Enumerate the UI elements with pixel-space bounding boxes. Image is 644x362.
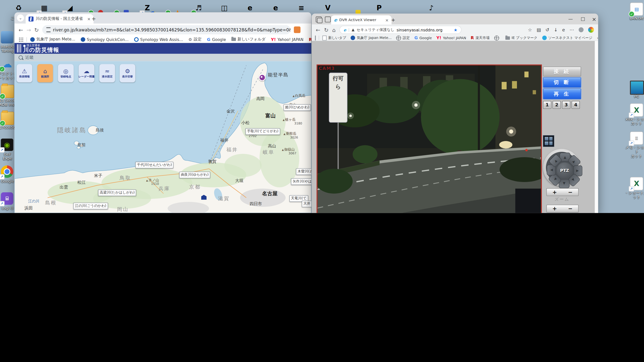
toolbar-icon[interactable]: ↺ [545, 27, 549, 32]
map-tool-button[interactable]: ⚠ 発表情報 [17, 64, 32, 82]
play-button[interactable]: 再 生 [543, 88, 581, 99]
bookmark-item[interactable]: G Google [207, 37, 226, 41]
profile-avatar[interactable] [579, 27, 584, 32]
favorite-item[interactable]: 新しいタブ [323, 35, 346, 40]
focus-in-button[interactable]: + [552, 206, 557, 212]
favorite-item[interactable]: G Google [414, 35, 432, 40]
favorite-item[interactable]: Y! Yahoo! JAPAN [436, 35, 466, 40]
desktop-icon-label: xlsx - ショー カット [624, 117, 644, 126]
river-callout[interactable]: 手取川(てどりがわ) [246, 128, 280, 135]
favorite-item[interactable]: IE ブックマーク [505, 35, 538, 40]
river-callout[interactable]: 由良川(ゆらがわ) [179, 172, 210, 178]
connect-button[interactable]: 接 続 [543, 67, 581, 76]
bookmark-item[interactable]: Y! Yahoo! JAPAN [271, 37, 303, 41]
bookmark-item[interactable]: ⚙ 設定 [188, 37, 202, 42]
back-button[interactable]: ← [19, 27, 23, 33]
river-callout[interactable]: 高梁川(たかはしがわ) [98, 190, 136, 196]
map-search-bar[interactable]: 近畿 [15, 54, 311, 61]
zoom-out-button[interactable]: − [568, 189, 573, 195]
map-tool-button[interactable]: ≈ 浸水想定 [99, 64, 115, 82]
bookmark-item[interactable]: 新しいフォルダ [231, 37, 265, 42]
river-callout[interactable]: 姫川(ひめかわ) [284, 104, 311, 111]
forward-button[interactable]: → [26, 27, 31, 33]
workspaces-icon[interactable] [316, 17, 321, 22]
tab-close-button[interactable]: × [87, 17, 91, 21]
close-button[interactable]: × [592, 16, 596, 22]
copilot-icon[interactable] [588, 27, 594, 33]
bookmark-star-icon[interactable]: ★ [454, 27, 457, 32]
toolbar-icon[interactable]: ☆ [528, 27, 532, 32]
map-tool-button[interactable]: ◎ 登録地点 [58, 64, 74, 82]
river-callout[interactable]: 大井 [302, 201, 311, 207]
page-scroll-area[interactable] [595, 41, 598, 213]
ptz-ring: ▲ ▲ ▲ ▲ ▲ ▲ ▲ ▲ PTZ [546, 152, 577, 183]
focus-out-button[interactable]: − [568, 206, 573, 212]
map-tool-button[interactable]: ⌂ 観測所 [37, 64, 53, 82]
toolbar-icon[interactable]: e [562, 27, 565, 32]
bookmark-item[interactable]: 気象庁 Japan Mete... [30, 37, 75, 42]
channel-button[interactable]: 2 [552, 101, 561, 109]
tab-search-button[interactable]: ⌄ [17, 15, 24, 22]
new-tab-button[interactable]: + [92, 16, 96, 22]
apps-grid-icon[interactable] [19, 37, 23, 41]
address-bar[interactable]: river.go.jp/kawabou/mb?zm=8&clat=34.9985… [42, 25, 290, 34]
home-button[interactable]: ⌂ [332, 27, 336, 33]
map-canvas[interactable]: 隠岐諸島 島後 島前 能登半島 金沢 高岡 富山 小松 [15, 61, 311, 213]
favorite-label: ソースネクスト マイページ [548, 35, 592, 40]
site-settings-icon[interactable] [46, 27, 50, 32]
overflow-chevron[interactable]: › [597, 36, 598, 40]
disconnect-button[interactable]: 切 断 [543, 77, 581, 88]
bookmark-item[interactable]: Synology QuickCon... [80, 37, 129, 41]
map-tool-label: 発表情報 [19, 75, 30, 78]
desktop-right-icons: ▤ ✓ LAN.txt PC [630, 0, 644, 213]
desktop-icon[interactable]: V [321, 2, 334, 14]
river-callout[interactable]: 木曽川(きそがわ) [296, 168, 311, 175]
address-bar[interactable]: e | ▲ セキュリティ保護なし sinsenyasai.nsddns.org … [339, 26, 461, 34]
channel-button[interactable]: 3 [562, 101, 570, 109]
toolbar-icon[interactable]: ▤ [537, 27, 541, 32]
toolbar-icon[interactable]: ↓ [554, 27, 557, 32]
map-tool-button[interactable]: ☁ レーダー雨量 [79, 64, 95, 82]
bookmark-item[interactable]: R 楽天市場 [309, 37, 311, 42]
favorite-item[interactable]: ソースネクスト マイページ [542, 35, 592, 40]
tab-actions-icon[interactable] [325, 17, 331, 22]
map-tool-label: 登録地点 [60, 75, 71, 78]
desktop-icon[interactable]: ♪ [425, 2, 437, 14]
reload-button[interactable]: ↻ [324, 27, 329, 33]
favorite-item[interactable] [494, 35, 501, 40]
map-tool-button[interactable]: ⚙ 表示切替 [119, 64, 135, 82]
minimize-button[interactable]: — [568, 16, 573, 21]
quad-view-button[interactable] [543, 135, 554, 147]
ptz-pad[interactable]: ▲ ▲ ▲ ▲ ▲ ▲ ▲ ▲ PTZ [543, 149, 580, 186]
favorite-item[interactable]: 気象庁 Japan Mete... [351, 35, 392, 40]
toolbar-icon[interactable]: ⋯ [570, 27, 574, 32]
favorites-bar-icon[interactable] [315, 35, 316, 40]
tab-favicon [29, 16, 34, 21]
channel-button[interactable]: 4 [572, 101, 580, 109]
favorite-favicon: Y! [436, 35, 441, 40]
cctv-video[interactable]: CAM3 行可 ら [317, 65, 542, 213]
river-callout[interactable]: 矢作川(やはぎがわ) [291, 178, 311, 185]
favorite-item[interactable]: 設定 [396, 35, 410, 40]
desktop-icon[interactable]: P [373, 2, 385, 14]
bookmark-item[interactable]: Synology Web Assis... [134, 37, 183, 41]
extension-icon[interactable] [294, 26, 300, 33]
favorite-label: IE ブックマーク [511, 35, 537, 40]
chrome-active-tab[interactable]: 川の防災情報 - 国土交通省 × [26, 14, 94, 24]
channel-button[interactable]: 1 [543, 101, 551, 109]
back-button[interactable]: ← [316, 27, 320, 33]
edge-active-tab[interactable]: e DVR ActiveX Viewer × [331, 15, 391, 24]
favorite-item[interactable]: R 楽天市場 [471, 35, 490, 40]
river-callout[interactable]: 江の川(ごうのかわ) [73, 203, 108, 209]
reload-button[interactable]: ↻ [34, 27, 39, 33]
search-text: 近畿 [25, 55, 33, 60]
new-tab-button[interactable]: + [391, 17, 395, 23]
desktop-icon-glyph: ▤ [634, 7, 639, 12]
map-marker[interactable] [259, 74, 266, 81]
desktop-icon[interactable] [347, 2, 359, 14]
river-callout[interactable]: 千代川(せんだいがわ) [135, 162, 174, 168]
desktop: ♻ ▦ ↗ ◢ ↗ [0, 0, 644, 213]
zoom-in-button[interactable]: + [552, 189, 557, 195]
maximize-button[interactable]: □ [581, 16, 585, 21]
tab-close-button[interactable]: × [385, 18, 389, 22]
